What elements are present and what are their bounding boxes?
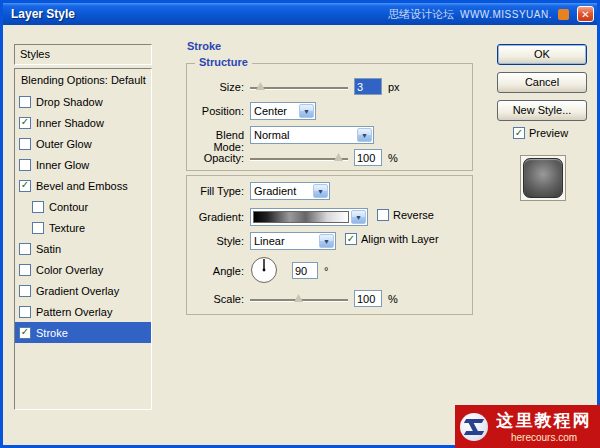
opacity-row: Opacity: % <box>187 149 472 169</box>
styles-item-texture[interactable]: ✓ Texture <box>15 217 151 238</box>
structure-group: Structure Size: px Position: Center ▼ Bl… <box>186 63 473 171</box>
opacity-slider-thumb[interactable] <box>334 153 343 161</box>
fill-type-select[interactable]: Gradient ▼ <box>250 182 330 200</box>
fill-group: Fill Type: Gradient ▼ Gradient: ▼ ✓ Reve… <box>186 175 473 315</box>
drop-shadow-checkbox[interactable]: ✓ <box>19 96 31 108</box>
preview-option[interactable]: ✓ Preview <box>513 127 568 139</box>
check-icon: ✓ <box>515 128 523 138</box>
outer-glow-checkbox[interactable]: ✓ <box>19 138 31 150</box>
preview-checkbox[interactable]: ✓ <box>513 127 525 139</box>
scale-input[interactable] <box>354 290 382 307</box>
fill-type-dropdown-button[interactable]: ▼ <box>313 184 328 198</box>
opacity-input[interactable] <box>354 149 382 166</box>
reverse-label: Reverse <box>393 209 434 221</box>
cancel-button[interactable]: Cancel <box>497 72 587 93</box>
size-label: Size: <box>187 81 244 93</box>
structure-legend: Structure <box>195 56 252 68</box>
fill-type-row: Fill Type: Gradient ▼ <box>187 182 472 202</box>
title-bar[interactable]: Layer Style 思绪设计论坛 WWW.MISSYUAN. ✕ <box>3 3 597 25</box>
blend-mode-value: Normal <box>251 129 356 141</box>
inner-glow-checkbox[interactable]: ✓ <box>19 159 31 171</box>
logo-texts: 这里教程网 herecours.com <box>493 410 595 444</box>
reverse-option[interactable]: ✓ Reverse <box>377 209 434 221</box>
size-input[interactable] <box>354 78 382 95</box>
position-select[interactable]: Center ▼ <box>250 102 316 120</box>
blend-mode-dropdown-button[interactable]: ▼ <box>357 128 372 142</box>
satin-checkbox[interactable]: ✓ <box>19 243 31 255</box>
styles-item-outer-glow[interactable]: ✓ Outer Glow <box>15 133 151 154</box>
style-dropdown-button[interactable]: ▼ <box>319 234 334 248</box>
opacity-label: Opacity: <box>187 152 244 164</box>
pattern-overlay-checkbox[interactable]: ✓ <box>19 306 31 318</box>
stroke-checkbox[interactable]: ✓ <box>19 327 31 339</box>
window-title: Layer Style <box>11 7 75 21</box>
color-overlay-checkbox[interactable]: ✓ <box>19 264 31 276</box>
styles-item-pattern-overlay[interactable]: ✓ Pattern Overlay <box>15 301 151 322</box>
style-label: Style: <box>187 235 244 247</box>
angle-dial[interactable] <box>250 256 278 284</box>
footer-logo[interactable]: 这里教程网 herecours.com <box>455 405 600 448</box>
close-button[interactable]: ✕ <box>577 6 594 22</box>
layer-style-dialog: Layer Style 思绪设计论坛 WWW.MISSYUAN. ✕ Style… <box>0 0 600 448</box>
styles-item-label: Inner Glow <box>36 159 89 171</box>
styles-item-satin[interactable]: ✓ Satin <box>15 238 151 259</box>
style-select[interactable]: Linear ▼ <box>250 232 336 250</box>
align-with-layer-checkbox[interactable]: ✓ <box>345 233 357 245</box>
fill-type-value: Gradient <box>251 185 312 197</box>
check-icon: ✓ <box>21 117 29 127</box>
styles-item-inner-glow[interactable]: ✓ Inner Glow <box>15 154 151 175</box>
reverse-checkbox[interactable]: ✓ <box>377 209 389 221</box>
check-icon: ✓ <box>347 234 355 244</box>
styles-item-label: Contour <box>49 201 88 213</box>
styles-item-label: Texture <box>49 222 85 234</box>
styles-item-bevel-and-emboss[interactable]: ✓ Bevel and Emboss <box>15 175 151 196</box>
new-style-button[interactable]: New Style... <box>497 100 587 121</box>
scale-slider[interactable] <box>250 294 348 304</box>
styles-item-stroke[interactable]: ✓ Stroke <box>15 322 151 343</box>
styles-item-label: Satin <box>36 243 61 255</box>
styles-item-color-overlay[interactable]: ✓ Color Overlay <box>15 259 151 280</box>
styles-item-blending-options[interactable]: Blending Options: Default <box>15 69 151 91</box>
angle-input[interactable] <box>292 262 318 279</box>
watermark-site: WWW.MISSYUAN. <box>460 9 552 20</box>
blend-mode-row: Blend Mode: Normal ▼ <box>187 126 472 146</box>
fill-type-label: Fill Type: <box>187 185 244 197</box>
logo-title: 这里教程网 <box>497 410 592 432</box>
scale-slider-thumb[interactable] <box>294 294 303 302</box>
chevron-down-icon: ▼ <box>361 132 368 139</box>
scale-label: Scale: <box>187 293 244 305</box>
chevron-down-icon: ▼ <box>323 238 330 245</box>
gradient-overlay-checkbox[interactable]: ✓ <box>19 285 31 297</box>
bevel-emboss-checkbox[interactable]: ✓ <box>19 180 31 192</box>
gradient-dropdown-button[interactable]: ▼ <box>351 210 366 224</box>
styles-item-gradient-overlay[interactable]: ✓ Gradient Overlay <box>15 280 151 301</box>
inner-shadow-checkbox[interactable]: ✓ <box>19 117 31 129</box>
align-with-layer-option[interactable]: ✓ Align with Layer <box>345 233 439 245</box>
stroke-panel-title: Stroke <box>187 40 221 52</box>
preview-swatch-frame <box>520 155 566 201</box>
size-slider[interactable] <box>250 82 348 92</box>
styles-list: Blending Options: Default ✓ Drop Shadow … <box>14 68 152 410</box>
titlebar-watermark: 思绪设计论坛 WWW.MISSYUAN. <box>388 7 569 22</box>
styles-item-label: Stroke <box>36 327 68 339</box>
gradient-picker[interactable]: ▼ <box>250 208 368 226</box>
styles-panel-header[interactable]: Styles <box>14 44 152 65</box>
styles-item-contour[interactable]: ✓ Contour <box>15 196 151 217</box>
size-slider-thumb[interactable] <box>256 82 265 90</box>
styles-item-inner-shadow[interactable]: ✓ Inner Shadow <box>15 112 151 133</box>
blend-mode-select[interactable]: Normal ▼ <box>250 126 374 144</box>
opacity-slider[interactable] <box>250 153 348 163</box>
styles-item-label: Drop Shadow <box>36 96 103 108</box>
ok-button[interactable]: OK <box>497 44 587 65</box>
gradient-preview[interactable] <box>253 211 349 223</box>
watermark-badge-icon <box>558 9 569 20</box>
gradient-row: Gradient: ▼ ✓ Reverse <box>187 208 472 228</box>
contour-checkbox[interactable]: ✓ <box>32 201 44 213</box>
texture-checkbox[interactable]: ✓ <box>32 222 44 234</box>
chevron-down-icon: ▼ <box>303 108 310 115</box>
preview-label: Preview <box>529 127 568 139</box>
position-dropdown-button[interactable]: ▼ <box>299 104 314 118</box>
style-preview-thumbnail <box>523 158 563 198</box>
position-value: Center <box>251 105 298 117</box>
styles-item-drop-shadow[interactable]: ✓ Drop Shadow <box>15 91 151 112</box>
